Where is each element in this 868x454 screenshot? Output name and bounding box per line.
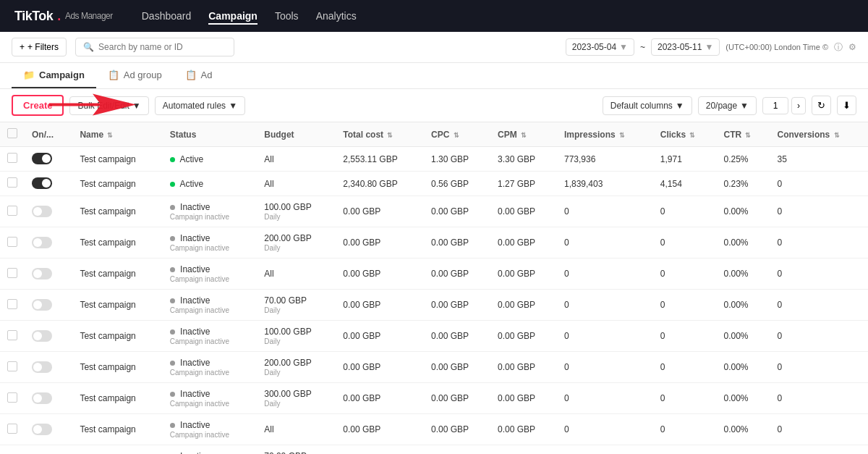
row-ctr: 0.00% [716,258,770,290]
row-cpm: 0.00 GBP [490,321,557,352]
row-conversions: 0 [770,321,868,352]
row-budget: All [257,414,336,445]
bulk-edit-label: Bulk Edit/Edit [77,101,129,111]
row-impressions: 0 [557,290,653,321]
row-checkbox [0,383,25,414]
row-conversions: 0 [770,172,868,196]
status-text: Inactive [180,327,210,337]
ctr-sort: ⇅ [745,132,751,139]
tab-campaign-label: Campaign [39,70,85,80]
row-select-checkbox[interactable] [7,361,17,371]
timezone-info: (UTC+00:00) London Time © [726,43,828,51]
row-total-cost: 2,553.11 GBP [336,147,424,172]
budget-period: Daily [264,244,328,252]
search-icon: 🔍 [83,42,94,52]
row-cpm: 0.00 GBP [490,414,557,445]
nav-tools[interactable]: Tools [275,7,299,25]
row-clicks: 4,154 [653,172,717,196]
tab-ad[interactable]: 📋 Ad [174,63,224,88]
col-total-cost: Total cost ⇅ [336,122,424,147]
campaign-toggle[interactable] [32,153,52,164]
row-ctr: 0.00% [716,414,770,445]
row-select-checkbox[interactable] [7,330,17,340]
next-page-button[interactable]: › [791,97,806,114]
cpc-sort: ⇅ [454,132,459,139]
row-ctr: 0.25% [716,147,770,172]
brand-dot: . [57,9,61,24]
row-select-checkbox[interactable] [7,299,17,309]
row-select-checkbox[interactable] [7,424,17,434]
tab-campaign[interactable]: 📁 Campaign [12,63,96,88]
row-total-cost: 0.00 GBP [336,196,424,227]
row-checkbox [0,414,25,445]
date-end: 2023-05-11 [658,42,702,52]
campaign-toggle[interactable] [32,237,52,248]
select-all-checkbox[interactable] [7,128,17,138]
row-total-cost: 0.00 GBP [336,258,424,290]
date-end-box[interactable]: 2023-05-11 ▼ [651,38,720,56]
row-cpm: 0.00 GBP [490,258,557,290]
campaign-toggle[interactable] [32,206,52,217]
page-number-input[interactable]: 1 [762,97,788,114]
table-row: Test campaign Inactive Campaign inactive… [0,445,868,455]
table-row: Test campaign Inactive Campaign inactive… [0,414,868,445]
row-conversions: 0 [770,258,868,290]
row-select-checkbox[interactable] [7,392,17,403]
col-cpm: CPM ⇅ [490,122,557,147]
logo: TikTok . Ads Manager [14,9,113,24]
campaign-toggle[interactable] [32,361,52,373]
table-row: Test campaign Inactive Campaign inactive… [0,352,868,383]
nav-dashboard[interactable]: Dashboard [142,7,192,25]
row-select-checkbox[interactable] [7,268,17,278]
row-cpc: 1.30 GBP [424,147,490,172]
campaign-toggle[interactable] [32,424,52,435]
search-input[interactable] [98,42,226,52]
default-columns-chevron: ▼ [676,101,684,111]
row-cpc: 0.00 GBP [424,196,490,227]
campaign-toggle[interactable] [32,299,52,311]
status-text: Inactive [180,420,210,430]
row-select-checkbox[interactable] [7,206,17,216]
refresh-button[interactable]: ↻ [812,96,831,115]
row-cpc: 0.00 GBP [424,321,490,352]
row-select-checkbox[interactable] [7,153,17,163]
row-conversions: 0 [770,352,868,383]
status-text: Inactive [180,233,210,243]
per-page-button[interactable]: 20/page ▼ [698,96,757,115]
row-cpc: 0.00 GBP [424,290,490,321]
table-row: Test campaign Inactive Campaign inactive… [0,321,868,352]
tab-adgroup[interactable]: 📋 Ad group [96,63,174,88]
col-status: Status [163,122,258,147]
date-start-box[interactable]: 2023-05-04 ▼ [566,38,634,56]
row-name: Test campaign [72,321,162,352]
nav-campaign[interactable]: Campaign [208,7,258,25]
campaign-toggle[interactable] [32,268,52,279]
bulk-edit-button[interactable]: Bulk Edit/Edit ▼ [69,96,148,115]
campaign-toggle[interactable] [32,177,52,189]
row-total-cost: 0.00 GBP [336,321,424,352]
campaign-toggle[interactable] [32,330,52,342]
row-ctr: 0.00% [716,383,770,414]
row-status: Inactive Campaign inactive [163,227,258,258]
default-columns-button[interactable]: Default columns ▼ [603,96,692,115]
status-text: Inactive [180,358,210,368]
create-button[interactable]: Create [12,95,64,116]
per-page-chevron: ▼ [740,101,749,111]
date-separator-icon: ▼ [619,42,628,52]
row-select-checkbox[interactable] [7,237,17,247]
automated-rules-button[interactable]: Automated rules ▼ [155,96,245,115]
nav-analytics[interactable]: Analytics [316,7,357,25]
row-select-checkbox[interactable] [7,177,17,188]
filter-button[interactable]: + + Filters [12,38,67,56]
row-toggle [25,196,72,227]
conversions-sort: ⇅ [834,132,840,139]
filterbar: + + Filters 🔍 2023-05-04 ▼ ~ 2023-05-11 … [0,32,868,63]
brand-subtitle: Ads Manager [65,11,113,21]
row-ctr: 0.00% [716,445,770,455]
download-button[interactable]: ⬇ [837,96,856,115]
pagination-controls: 1 › [762,97,806,114]
row-checkbox [0,147,25,172]
row-toggle [25,445,72,455]
campaign-toggle[interactable] [32,392,52,404]
row-impressions: 1,839,403 [557,172,653,196]
